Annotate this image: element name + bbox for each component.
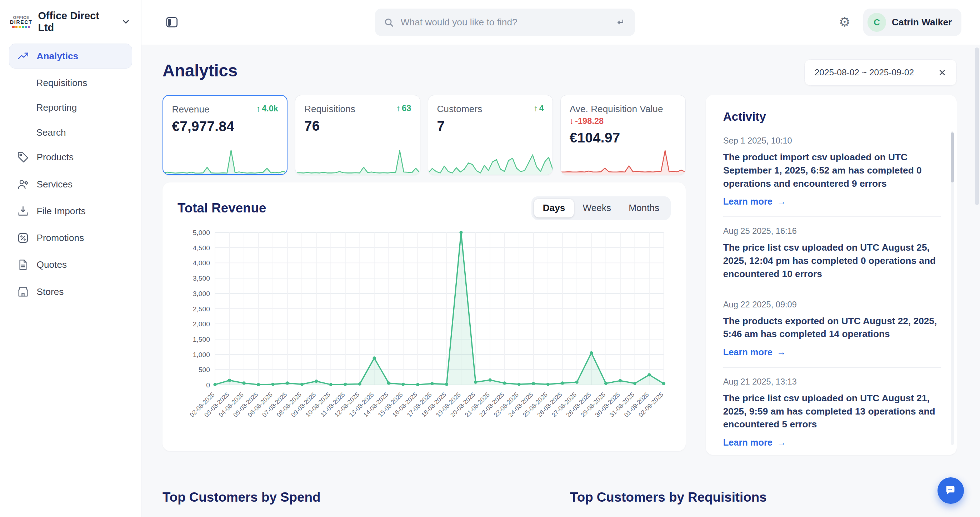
search-input[interactable] [399,16,605,29]
content-area: Analytics 2025-08-02 ~ 2025-09-02 Revenu… [142,45,980,517]
sidebar-item-label: Promotions [37,232,84,243]
learn-more-link[interactable]: Learn more→ [723,347,786,357]
svg-text:4,000: 4,000 [193,259,210,267]
arrow-right-icon: → [777,347,786,357]
chat-bubble-icon [944,484,957,497]
trend-up-icon: ↑ [256,104,261,113]
divider [723,290,941,291]
sidebar-item-reporting[interactable]: Reporting [9,95,132,120]
trend-up-icon: ↑ [534,103,538,113]
kpi-label: Ave. Requisition Value [570,103,663,115]
date-range-value: 2025-08-02 ~ 2025-09-02 [815,67,914,78]
activity-text: The products exported on UTC August 22, … [723,315,941,341]
sidebar-item-quotes[interactable]: Quotes [9,253,132,277]
svg-text:3,500: 3,500 [193,275,210,282]
page-scrollbar-thumb[interactable] [975,48,979,205]
logo-text-bottom: DIRECT [10,20,32,25]
dashboard-layout: Revenue ↑4.0k €7,977.84 Requisitions ↑63 [162,95,957,455]
sidebar-item-search[interactable]: Search [9,120,132,145]
svg-text:1,500: 1,500 [193,335,210,343]
revenue-sparkline [163,148,287,175]
tab-days[interactable]: Days [534,199,574,218]
topbar-right: ⚙ C Catrin Walker [839,9,961,36]
svg-text:1,000: 1,000 [193,351,210,358]
sidebar-item-label: Services [37,179,73,190]
kpi-card-requisitions[interactable]: Requisitions ↑63 76 [295,95,420,175]
collapse-sidebar-button[interactable] [162,13,181,32]
logo-dots [12,26,30,28]
kpi-card-ave-requisition-value[interactable]: Ave. Requisition Value ↓-198.28 €104.97 [560,95,686,175]
activity-date: Aug 22 2025, 09:09 [723,300,941,310]
sidebar-item-stores[interactable]: Stores [9,279,132,304]
kpi-label: Requisitions [304,103,355,115]
search-submit-button[interactable] [611,13,630,32]
topbar: ⚙ C Catrin Walker [142,0,980,45]
promotions-icon [17,232,29,244]
sidebar-item-file-imports[interactable]: File Imports [9,199,132,224]
svg-text:2,500: 2,500 [193,305,210,312]
avatar: C [867,13,886,32]
ave-requisition-value-sparkline [561,148,685,175]
top-customers-by-spend-title: Top Customers by Spend [162,490,570,505]
svg-text:500: 500 [199,366,210,374]
svg-text:0: 0 [206,381,210,389]
arrow-right-icon: → [777,437,786,448]
sidebar-item-label: File Imports [37,206,86,217]
activity-item: Sep 1 2025, 10:10 The product import csv… [723,136,941,207]
sidebar-nav: Analytics Requisitions Reporting Search … [9,44,132,304]
sidebar-item-services[interactable]: Services [9,172,132,197]
company-switcher[interactable]: OFFICE DIRECT Office Direct Ltd [9,8,132,44]
bottom-sections: Top Customers by Spend Top Customers by … [162,490,957,505]
clear-date-range-icon[interactable] [938,68,947,77]
page-header: Analytics 2025-08-02 ~ 2025-09-02 [162,59,957,86]
sidebar-item-label: Products [37,152,74,163]
activity-scrollbar-track [951,131,954,445]
activity-date: Aug 21 2025, 13:13 [723,377,941,387]
chevron-down-icon [121,17,131,27]
trend-down-icon: ↓ [570,116,574,126]
sidebar-item-label: Analytics [37,51,79,62]
kpi-value: €104.97 [570,130,676,146]
kpi-row: Revenue ↑4.0k €7,977.84 Requisitions ↑63 [162,95,686,175]
kpi-card-revenue[interactable]: Revenue ↑4.0k €7,977.84 [162,95,288,175]
tab-months[interactable]: Months [620,199,668,218]
products-icon [17,151,29,164]
activity-item: Aug 21 2025, 13:13 The price list csv up… [723,377,941,448]
settings-gear-icon[interactable]: ⚙ [839,16,851,29]
divider [723,367,941,368]
sidebar-item-promotions[interactable]: Promotions [9,226,132,251]
dashboard-left-column: Revenue ↑4.0k €7,977.84 Requisitions ↑63 [162,95,686,451]
stores-icon [17,286,29,298]
granularity-toggle: Days Weeks Months [531,196,671,220]
tab-weeks[interactable]: Weeks [574,199,620,218]
sidebar-item-analytics[interactable]: Analytics [9,44,132,68]
kpi-change: ↓-198.28 [570,116,604,126]
date-range-filter[interactable]: 2025-08-02 ~ 2025-09-02 [804,59,957,86]
sidebar-item-requisitions[interactable]: Requisitions [9,70,132,95]
sidebar-item-products[interactable]: Products [9,145,132,170]
user-menu[interactable]: C Catrin Walker [863,9,961,36]
chat-widget-button[interactable] [937,477,964,504]
kpi-label: Revenue [172,104,210,115]
activity-scrollbar-thumb[interactable] [951,132,954,183]
return-key-icon [615,17,625,27]
quotes-icon [17,259,29,271]
sidebar-item-label: Quotes [37,259,67,270]
learn-more-link[interactable]: Learn more→ [723,196,786,207]
page-title: Analytics [162,61,237,80]
activity-date: Sep 1 2025, 10:10 [723,136,941,146]
kpi-label: Customers [437,103,482,115]
kpi-value: 7 [437,118,544,134]
activity-item: Aug 25 2025, 16:16 The price list csv up… [723,226,941,280]
requisitions-sparkline [295,148,420,175]
kpi-change: ↑4.0k [256,104,278,113]
services-icon [17,178,29,191]
trend-up-icon: ↑ [396,103,401,113]
kpi-card-customers[interactable]: Customers ↑4 7 [428,95,553,175]
company-logo: OFFICE DIRECT [10,16,32,28]
total-revenue-chart: 05001,0001,5002,0002,5003,0003,5004,0004… [178,225,670,445]
top-customers-by-requisitions-title: Top Customers by Requisitions [570,490,957,505]
customers-sparkline [428,148,552,175]
learn-more-link[interactable]: Learn more→ [723,437,786,448]
svg-text:4,500: 4,500 [193,244,210,251]
